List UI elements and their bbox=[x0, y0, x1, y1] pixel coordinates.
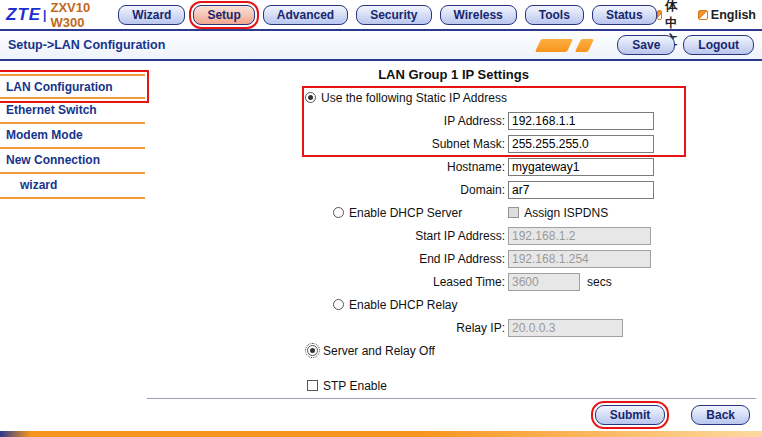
back-button[interactable]: Back bbox=[691, 405, 750, 425]
server-relay-off-radio[interactable] bbox=[307, 345, 318, 356]
save-button[interactable]: Save bbox=[617, 35, 675, 55]
assign-ispdns-checkbox bbox=[508, 207, 519, 218]
sidebar: LAN Configuration Ethernet Switch Modem … bbox=[0, 61, 145, 431]
sidebar-item-new-connection[interactable]: New Connection bbox=[0, 149, 145, 174]
dhcp-relay-radio[interactable] bbox=[333, 299, 344, 310]
ip-address-row: IP Address: bbox=[145, 109, 762, 132]
start-ip-label: Start IP Address: bbox=[145, 229, 505, 243]
dhcp-relay-radio-row: Enable DHCP Relay bbox=[145, 293, 762, 316]
relay-ip-label: Relay IP: bbox=[145, 321, 505, 335]
zte-logo: ZTE bbox=[6, 5, 41, 25]
end-ip-row: End IP Address: bbox=[145, 247, 762, 270]
tab-status[interactable]: Status bbox=[592, 5, 657, 25]
tab-tools[interactable]: Tools bbox=[525, 5, 584, 25]
sidebar-item-wizard[interactable]: wizard bbox=[0, 174, 145, 199]
lang-english-icon bbox=[698, 10, 708, 20]
assign-ispdns-label: Assign ISPDNS bbox=[524, 206, 608, 220]
breadcrumb-bar: Setup->LAN Configuration Save Logout bbox=[0, 31, 762, 61]
ip-address-label: IP Address: bbox=[145, 114, 505, 128]
footer-orange-bar bbox=[0, 431, 762, 437]
logo-divider: | bbox=[43, 8, 46, 22]
server-relay-off-label: Server and Relay Off bbox=[323, 344, 435, 358]
content-area: LAN Configuration Ethernet Switch Modem … bbox=[0, 61, 762, 431]
ip-address-input[interactable] bbox=[508, 112, 654, 130]
stp-enable-checkbox[interactable] bbox=[307, 380, 318, 391]
static-ip-radio-label: Use the following Static IP Address bbox=[321, 91, 507, 105]
start-ip-row: Start IP Address: bbox=[145, 224, 762, 247]
tab-security[interactable]: Security bbox=[356, 5, 431, 25]
orange-decor-shape bbox=[575, 39, 594, 52]
relay-ip-row: Relay IP: bbox=[145, 316, 762, 339]
subnet-mask-input[interactable] bbox=[508, 135, 654, 153]
dhcp-server-radio[interactable] bbox=[333, 207, 344, 218]
relay-ip-input bbox=[508, 319, 623, 337]
breadcrumb-actions: Save Logout bbox=[538, 35, 754, 55]
hostname-label: Hostname: bbox=[145, 160, 505, 174]
leased-time-unit: secs bbox=[587, 275, 612, 289]
domain-input[interactable] bbox=[508, 181, 654, 199]
subnet-mask-row: Subnet Mask: bbox=[145, 132, 762, 155]
domain-label: Domain: bbox=[145, 183, 505, 197]
tab-advanced[interactable]: Advanced bbox=[263, 5, 348, 25]
model-label: ZXV10 W300 bbox=[50, 0, 108, 30]
hostname-input[interactable] bbox=[508, 158, 654, 176]
tab-wizard[interactable]: Wizard bbox=[118, 5, 185, 25]
breadcrumb: Setup->LAN Configuration bbox=[8, 38, 165, 52]
leased-time-label: Leased Time: bbox=[145, 275, 505, 289]
submit-button[interactable]: Submit bbox=[595, 405, 666, 425]
nav-tabs: Wizard Setup Advanced Security Wireless … bbox=[118, 5, 656, 25]
sidebar-item-modem-mode[interactable]: Modem Mode bbox=[0, 124, 145, 149]
end-ip-input bbox=[508, 250, 651, 268]
sidebar-item-lan-configuration[interactable]: LAN Configuration bbox=[0, 74, 145, 99]
logout-button[interactable]: Logout bbox=[683, 35, 754, 55]
dhcp-relay-radio-label: Enable DHCP Relay bbox=[349, 298, 458, 312]
lang-english-link[interactable]: English bbox=[698, 8, 756, 22]
static-ip-radio-row: Use the following Static IP Address bbox=[145, 86, 762, 109]
bottom-buttons: Submit Back bbox=[595, 405, 750, 425]
lang-chinese-icon bbox=[657, 10, 662, 20]
subnet-mask-label: Subnet Mask: bbox=[145, 137, 505, 151]
dhcp-server-radio-label: Enable DHCP Server bbox=[349, 206, 462, 220]
domain-row: Domain: bbox=[145, 178, 762, 201]
hostname-row: Hostname: bbox=[145, 155, 762, 178]
leased-time-input bbox=[508, 273, 580, 291]
sidebar-item-ethernet-switch[interactable]: Ethernet Switch bbox=[0, 99, 145, 124]
leased-time-row: Leased Time: secs bbox=[145, 270, 762, 293]
dhcp-server-radio-row: Enable DHCP Server Assign ISPDNS bbox=[145, 201, 762, 224]
tab-wireless[interactable]: Wireless bbox=[440, 5, 517, 25]
end-ip-label: End IP Address: bbox=[145, 252, 505, 266]
orange-decor-shape bbox=[535, 39, 573, 52]
page-title: LAN Group 1 IP Settings bbox=[145, 67, 762, 82]
top-bar: ZTE | ZXV10 W300 Wizard Setup Advanced S… bbox=[0, 0, 762, 31]
lang-english-label: English bbox=[711, 8, 756, 22]
tab-setup[interactable]: Setup bbox=[193, 5, 254, 25]
stp-enable-row: STP Enable bbox=[145, 374, 762, 397]
server-relay-off-row: Server and Relay Off bbox=[145, 339, 762, 362]
bottom-separator bbox=[147, 398, 756, 399]
stp-enable-label: STP Enable bbox=[323, 379, 387, 393]
main-panel: LAN Group 1 IP Settings Use the followin… bbox=[145, 61, 762, 431]
static-ip-radio[interactable] bbox=[305, 92, 316, 103]
start-ip-input bbox=[508, 227, 651, 245]
